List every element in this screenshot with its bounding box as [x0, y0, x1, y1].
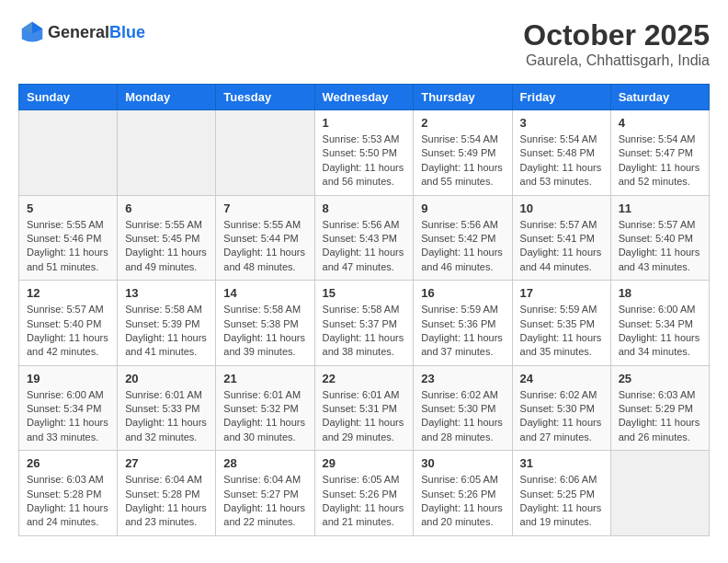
day-number: 13 — [125, 286, 208, 300]
calendar-week-row: 5Sunrise: 5:55 AMSunset: 5:46 PMDaylight… — [19, 195, 710, 281]
day-number: 21 — [223, 372, 306, 385]
day-info: Sunrise: 5:59 AMSunset: 5:35 PMDaylight:… — [520, 303, 603, 360]
day-info: Sunrise: 6:06 AMSunset: 5:25 PMDaylight:… — [520, 473, 603, 530]
day-info: Sunrise: 6:01 AMSunset: 5:33 PMDaylight:… — [125, 388, 208, 445]
day-number: 7 — [223, 201, 306, 215]
day-info: Sunrise: 5:53 AMSunset: 5:50 PMDaylight:… — [323, 132, 406, 190]
day-number: 31 — [520, 456, 603, 470]
logo-general: General — [48, 23, 109, 41]
day-info: Sunrise: 5:59 AMSunset: 5:36 PMDaylight:… — [421, 303, 504, 360]
day-number: 25 — [619, 372, 701, 385]
day-number: 16 — [421, 286, 504, 300]
month-title: October 2025 — [523, 18, 710, 52]
weekday-header: Thursday — [414, 85, 512, 110]
weekday-header-row: SundayMondayTuesdayWednesdayThursdayFrid… — [19, 85, 710, 110]
logo-icon — [18, 18, 46, 46]
day-info: Sunrise: 5:54 AMSunset: 5:47 PMDaylight:… — [619, 132, 701, 190]
day-number: 15 — [323, 286, 406, 300]
day-number: 17 — [520, 286, 603, 300]
page-header: GeneralBlue October 2025 Gaurela, Chhatt… — [18, 18, 710, 69]
day-number: 20 — [125, 372, 208, 385]
calendar-cell: 26Sunrise: 6:03 AMSunset: 5:28 PMDayligh… — [19, 451, 118, 536]
day-info: Sunrise: 6:00 AMSunset: 5:34 PMDaylight:… — [27, 388, 109, 445]
calendar-cell — [118, 110, 216, 196]
day-number: 22 — [323, 372, 406, 385]
day-number: 5 — [27, 201, 109, 215]
calendar-cell: 12Sunrise: 5:57 AMSunset: 5:40 PMDayligh… — [19, 281, 118, 366]
calendar-cell: 28Sunrise: 6:04 AMSunset: 5:27 PMDayligh… — [216, 451, 314, 536]
calendar-cell: 22Sunrise: 6:01 AMSunset: 5:31 PMDayligh… — [314, 365, 414, 451]
day-info: Sunrise: 5:56 AMSunset: 5:43 PMDaylight:… — [323, 218, 406, 275]
calendar-week-row: 26Sunrise: 6:03 AMSunset: 5:28 PMDayligh… — [19, 451, 710, 536]
calendar-cell — [216, 110, 314, 196]
weekday-header: Sunday — [19, 85, 118, 110]
day-info: Sunrise: 5:55 AMSunset: 5:45 PMDaylight:… — [125, 218, 208, 275]
day-number: 14 — [223, 286, 306, 300]
day-number: 3 — [520, 116, 603, 130]
calendar-cell: 2Sunrise: 5:54 AMSunset: 5:49 PMDaylight… — [414, 110, 512, 196]
title-block: October 2025 Gaurela, Chhattisgarh, Indi… — [523, 18, 710, 69]
calendar-cell: 14Sunrise: 5:58 AMSunset: 5:38 PMDayligh… — [216, 281, 314, 366]
day-number: 8 — [323, 201, 406, 215]
calendar-cell: 17Sunrise: 5:59 AMSunset: 5:35 PMDayligh… — [512, 281, 610, 366]
day-number: 9 — [421, 201, 504, 215]
day-number: 11 — [619, 201, 701, 215]
day-info: Sunrise: 6:03 AMSunset: 5:28 PMDaylight:… — [27, 473, 109, 530]
calendar-cell: 8Sunrise: 5:56 AMSunset: 5:43 PMDaylight… — [314, 195, 414, 281]
day-info: Sunrise: 5:58 AMSunset: 5:39 PMDaylight:… — [125, 303, 208, 360]
weekday-header: Monday — [118, 85, 216, 110]
calendar-cell: 24Sunrise: 6:02 AMSunset: 5:30 PMDayligh… — [512, 365, 610, 451]
day-info: Sunrise: 5:58 AMSunset: 5:37 PMDaylight:… — [323, 303, 406, 360]
day-info: Sunrise: 5:56 AMSunset: 5:42 PMDaylight:… — [421, 218, 504, 275]
calendar-cell — [19, 110, 118, 196]
day-number: 29 — [323, 456, 406, 470]
calendar-cell: 15Sunrise: 5:58 AMSunset: 5:37 PMDayligh… — [314, 281, 414, 366]
day-number: 1 — [323, 116, 406, 130]
calendar-cell: 1Sunrise: 5:53 AMSunset: 5:50 PMDaylight… — [314, 110, 414, 196]
calendar-cell: 16Sunrise: 5:59 AMSunset: 5:36 PMDayligh… — [414, 281, 512, 366]
day-number: 30 — [421, 456, 504, 470]
calendar-cell: 6Sunrise: 5:55 AMSunset: 5:45 PMDaylight… — [118, 195, 216, 281]
day-info: Sunrise: 6:02 AMSunset: 5:30 PMDaylight:… — [421, 388, 504, 445]
calendar-table: SundayMondayTuesdayWednesdayThursdayFrid… — [18, 84, 710, 536]
calendar-cell: 29Sunrise: 6:05 AMSunset: 5:26 PMDayligh… — [314, 451, 414, 536]
calendar-cell: 4Sunrise: 5:54 AMSunset: 5:47 PMDaylight… — [610, 110, 709, 196]
calendar-cell: 3Sunrise: 5:54 AMSunset: 5:48 PMDaylight… — [512, 110, 610, 196]
day-info: Sunrise: 6:05 AMSunset: 5:26 PMDaylight:… — [421, 473, 504, 530]
day-number: 26 — [27, 456, 109, 470]
day-info: Sunrise: 6:00 AMSunset: 5:34 PMDaylight:… — [619, 303, 701, 360]
day-info: Sunrise: 6:05 AMSunset: 5:26 PMDaylight:… — [323, 473, 406, 530]
calendar-week-row: 12Sunrise: 5:57 AMSunset: 5:40 PMDayligh… — [19, 281, 710, 366]
day-number: 28 — [223, 456, 306, 470]
day-info: Sunrise: 6:02 AMSunset: 5:30 PMDaylight:… — [520, 388, 603, 445]
calendar-cell: 9Sunrise: 5:56 AMSunset: 5:42 PMDaylight… — [414, 195, 512, 281]
day-info: Sunrise: 6:01 AMSunset: 5:31 PMDaylight:… — [323, 388, 406, 445]
weekday-header: Saturday — [610, 85, 709, 110]
calendar-cell: 31Sunrise: 6:06 AMSunset: 5:25 PMDayligh… — [512, 451, 610, 536]
day-info: Sunrise: 5:58 AMSunset: 5:38 PMDaylight:… — [223, 303, 306, 360]
day-number: 4 — [619, 116, 701, 130]
calendar-cell: 27Sunrise: 6:04 AMSunset: 5:28 PMDayligh… — [118, 451, 216, 536]
day-info: Sunrise: 6:03 AMSunset: 5:29 PMDaylight:… — [619, 388, 701, 445]
calendar-cell: 10Sunrise: 5:57 AMSunset: 5:41 PMDayligh… — [512, 195, 610, 281]
calendar-cell: 21Sunrise: 6:01 AMSunset: 5:32 PMDayligh… — [216, 365, 314, 451]
calendar-cell: 5Sunrise: 5:55 AMSunset: 5:46 PMDaylight… — [19, 195, 118, 281]
location: Gaurela, Chhattisgarh, India — [523, 52, 710, 69]
calendar-cell: 11Sunrise: 5:57 AMSunset: 5:40 PMDayligh… — [610, 195, 709, 281]
calendar-cell: 25Sunrise: 6:03 AMSunset: 5:29 PMDayligh… — [610, 365, 709, 451]
weekday-header: Tuesday — [216, 85, 314, 110]
calendar-week-row: 1Sunrise: 5:53 AMSunset: 5:50 PMDaylight… — [19, 110, 710, 196]
day-info: Sunrise: 5:57 AMSunset: 5:40 PMDaylight:… — [27, 303, 109, 360]
day-number: 27 — [125, 456, 208, 470]
calendar-body: 1Sunrise: 5:53 AMSunset: 5:50 PMDaylight… — [19, 110, 710, 536]
weekday-header: Friday — [512, 85, 610, 110]
calendar-cell — [610, 451, 709, 536]
day-info: Sunrise: 5:54 AMSunset: 5:48 PMDaylight:… — [520, 132, 603, 190]
calendar-header: SundayMondayTuesdayWednesdayThursdayFrid… — [19, 85, 710, 110]
day-number: 10 — [520, 201, 603, 215]
day-number: 12 — [27, 286, 109, 300]
day-number: 18 — [619, 286, 701, 300]
day-info: Sunrise: 6:01 AMSunset: 5:32 PMDaylight:… — [223, 388, 306, 445]
logo: GeneralBlue — [18, 18, 145, 46]
calendar-cell: 19Sunrise: 6:00 AMSunset: 5:34 PMDayligh… — [19, 365, 118, 451]
